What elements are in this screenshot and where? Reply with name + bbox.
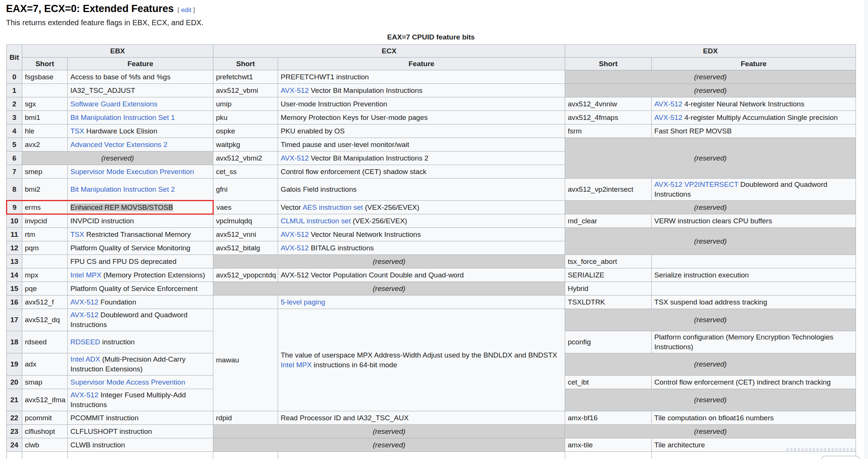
wiki-link[interactable]: Intel MPX (281, 361, 312, 369)
ebx-short-cell: fsgsbase (22, 70, 68, 84)
edx-short-cell: tsx_force_abort (565, 255, 652, 268)
feature-text: TSX suspend load address tracking (654, 298, 767, 306)
wiki-link[interactable]: AVX-512 (281, 154, 309, 162)
edx-feature-cell: Fast Short REP MOVSB (652, 124, 856, 138)
ebx-feature-cell: Bit Manipulation Instruction Set 1 (68, 111, 213, 124)
wiki-link[interactable]: AVX-512 (654, 100, 683, 108)
edx-short-header: Short (565, 58, 652, 70)
table-caption: EAX=7 CPUID feature bits (6, 32, 856, 44)
table-row-bit-13: 13FPU CS and FPU DS deprecated(reserved)… (7, 255, 856, 268)
ebx-feature-cell (68, 452, 213, 459)
feature-text: (VEX-256/EVEX) (363, 203, 420, 211)
wiki-link[interactable]: AVX-512 (70, 311, 99, 319)
wiki-link[interactable]: Intel ADX (70, 355, 100, 363)
ecx-feature-cell: The value of userspace MPX Address-Width… (278, 309, 565, 411)
wiki-link[interactable]: Supervisor Mode Access Prevention (70, 378, 185, 386)
ebx-feature-cell: Software Guard Extensions (68, 97, 213, 111)
ebx-short-cell: pqm (22, 241, 68, 255)
feature-text: Foundation (99, 298, 136, 306)
ebx-feature-cell: CLWB instruction (68, 438, 213, 452)
edx-reserved-cell: (reserved) (565, 138, 856, 179)
wiki-link[interactable]: Advanced Vector Extensions 2 (70, 141, 167, 148)
ebx-short-cell (22, 452, 68, 459)
feature-text: Vector Bit Manipulation Instructions (309, 86, 423, 94)
wiki-link[interactable]: Software Guard Extensions (70, 100, 157, 108)
ebx-feature-cell: RDSEED instruction (68, 331, 213, 353)
wiki-link[interactable]: AVX-512 (70, 391, 99, 399)
feature-text: instructions in 64-bit mode (312, 361, 397, 369)
ebx-feature-cell: CLFLUSHOPT instruction (68, 425, 213, 438)
ebx-short-cell: bmi1 (22, 111, 68, 124)
ecx-short-cell: avx512_vbmi2 (213, 151, 278, 165)
wiki-link[interactable]: TSX (70, 127, 84, 135)
ebx-short-cell: avx512_ifma (22, 389, 68, 411)
edx-short-cell: cet_ibt (565, 376, 652, 389)
wiki-link[interactable]: TSX (70, 230, 84, 238)
wiki-link[interactable]: AVX-512 (70, 298, 99, 306)
ecx-short-cell: avx512_vpopcntdq (213, 268, 278, 282)
bit-cell: 20 (7, 376, 22, 389)
feature-text: Vector (281, 203, 303, 211)
floating-button-cutoff[interactable] (821, 456, 860, 459)
watermark (786, 448, 855, 451)
ecx-short-cell: rdpid (213, 411, 278, 425)
wiki-link[interactable]: AES instruction set (303, 203, 363, 211)
feature-text: Memory Protection Keys for User-mode pag… (281, 114, 428, 121)
edx-feature-cell: Tile computation on bfloat16 numbers (652, 411, 856, 425)
feature-text: PREFETCHWT1 instruction (281, 73, 369, 81)
ebx-feature-cell: Intel ADX (Multi-Precision Add-Carry Ins… (68, 353, 213, 376)
wiki-link[interactable]: Intel MPX (70, 271, 101, 279)
wiki-link[interactable]: AVX-512 (654, 114, 683, 121)
wiki-link[interactable]: Supervisor Mode Execution Prevention (70, 168, 194, 176)
ebx-feature-header: Feature (68, 58, 213, 70)
edit-link[interactable]: edit (181, 6, 191, 14)
table-row-bit-22: 22pcommitPCOMMIT instructionrdpidRead Pr… (7, 411, 856, 425)
ebx-short-cell: adx (22, 353, 68, 376)
feature-text: BITALG instructions (309, 244, 374, 252)
edx-short-cell (565, 452, 652, 459)
ecx-feature-cell: Timed pause and user-level monitor/wait (278, 138, 565, 151)
table-row-bit-10: 10invpcidINVPCID instructionvpclmulqdqCL… (7, 214, 856, 228)
ecx-short-cell (213, 295, 278, 309)
wiki-link[interactable]: AVX-512 (281, 86, 309, 94)
edx-feature-cell (652, 255, 856, 268)
feature-text: Enhanced REP MOVSB/STOSB (70, 203, 173, 211)
ecx-short-cell: cet_ss (213, 165, 278, 179)
edx-feature-cell: Control flow enforcement (CET) indirect … (652, 376, 856, 389)
wiki-link[interactable]: Bit Manipulation Instruction Set 2 (70, 185, 175, 193)
feature-text: Platform Quality of Service Monitoring (70, 244, 190, 252)
bit-cell: 12 (7, 241, 22, 255)
wiki-link[interactable]: RDSEED (70, 338, 100, 346)
bit-cell: 15 (7, 282, 22, 295)
scrollbar[interactable] (865, 0, 868, 459)
ecx-feature-cell: User-mode Instruction Prevention (278, 97, 565, 111)
wiki-link[interactable]: AVX-512 VP2INTERSECT (654, 180, 738, 188)
wiki-link[interactable]: Bit Manipulation Instruction Set 1 (70, 114, 175, 121)
wiki-link[interactable]: AVX-512 (281, 230, 309, 238)
table-row-bit-16: 16avx512_fAVX-512 Foundation5-level pagi… (7, 295, 856, 309)
ebx-short-cell: hle (22, 124, 68, 138)
ebx-feature-cell: Bit Manipulation Instruction Set 2 (68, 179, 213, 201)
ebx-short-cell: rtm (22, 228, 68, 241)
feature-text: INVPCID instruction (70, 217, 134, 225)
bit-cell: 8 (7, 179, 22, 201)
ebx-group-header: EBX (22, 45, 213, 58)
edx-feature-cell: Serialize instruction execution (652, 268, 856, 282)
intro-text: This returns extended feature flags in E… (6, 18, 868, 27)
table-row-bit-0: 0fsgsbaseAccess to base of %fs and %gspr… (7, 70, 856, 84)
wiki-link[interactable]: AVX-512 (281, 244, 309, 252)
edx-reserved-cell: (reserved) (565, 84, 856, 97)
ecx-feature-cell: AVX-512 Vector Population Count Double a… (278, 268, 565, 282)
edx-short-cell: SERIALIZE (565, 268, 652, 282)
wiki-link[interactable]: CLMUL instruction set (281, 217, 351, 225)
edx-short-cell: amx-bf16 (565, 411, 652, 425)
bit-cell: 24 (7, 438, 22, 452)
section-title: EAX=7, ECX=0: Extended Features (6, 3, 174, 14)
ebx-short-cell: pcommit (22, 411, 68, 425)
wiki-link[interactable]: 5-level paging (281, 298, 325, 306)
ebx-feature-cell: PCOMMIT instruction (68, 411, 213, 425)
ebx-short-cell: smap (22, 376, 68, 389)
ecx-short-cell: waitpkg (213, 138, 278, 151)
feature-text: CLWB instruction (70, 441, 125, 449)
feature-text: Tile computation on bfloat16 numbers (654, 414, 774, 422)
